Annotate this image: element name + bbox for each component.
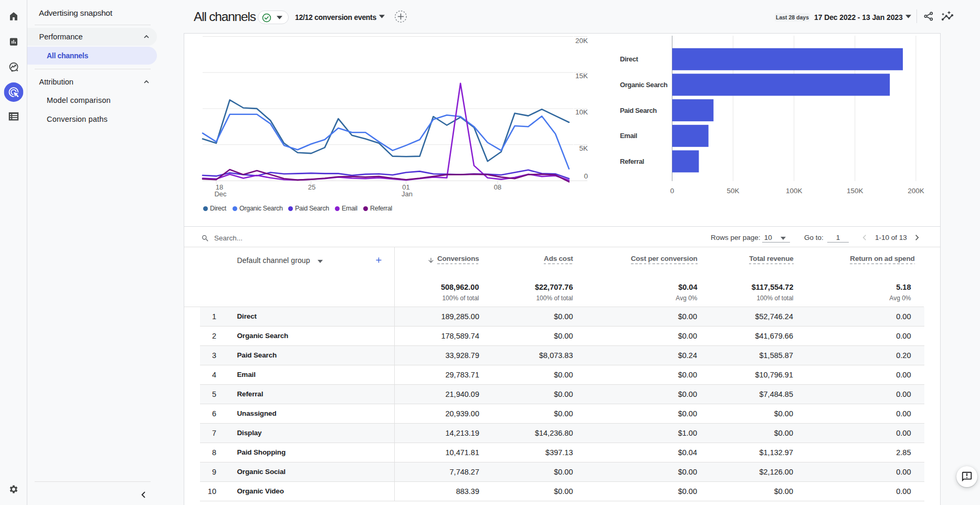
svg-text:200K: 200K (908, 187, 924, 195)
svg-text:Direct: Direct (620, 55, 639, 63)
svg-text:0: 0 (670, 187, 675, 195)
svg-text:15K: 15K (575, 72, 588, 80)
svg-text:25: 25 (308, 183, 315, 191)
svg-text:08: 08 (494, 183, 501, 191)
svg-text:10K: 10K (575, 108, 588, 116)
svg-text:50K: 50K (727, 187, 740, 195)
svg-text:Referral: Referral (620, 157, 644, 165)
svg-text:Dec: Dec (214, 190, 227, 198)
svg-text:Jan: Jan (402, 190, 413, 198)
svg-text:100K: 100K (786, 187, 803, 195)
svg-text:Email: Email (620, 132, 637, 140)
svg-text:Paid Search: Paid Search (620, 107, 657, 114)
svg-text:0: 0 (584, 172, 588, 180)
svg-text:20K: 20K (575, 37, 588, 45)
svg-text:5K: 5K (579, 144, 588, 152)
svg-text:150K: 150K (847, 187, 863, 195)
svg-text:Organic Search: Organic Search (620, 81, 668, 89)
